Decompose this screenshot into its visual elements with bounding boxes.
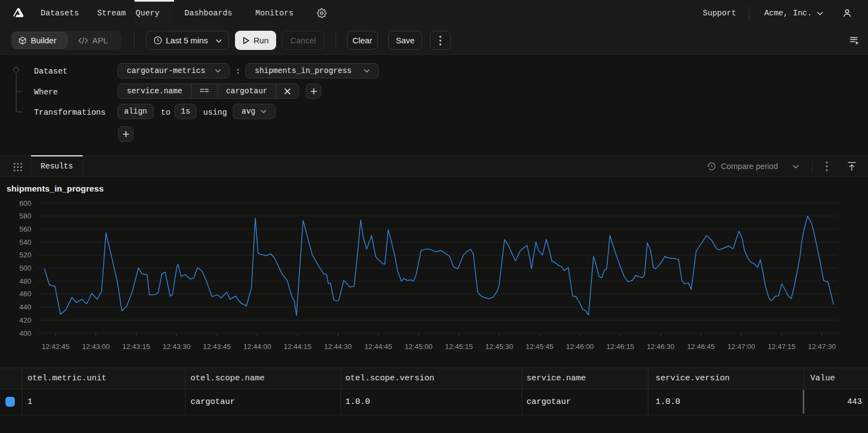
svg-text:12:44:45: 12:44:45 (365, 342, 393, 351)
svg-text:12:43:45: 12:43:45 (203, 342, 231, 351)
svg-text:12:44:15: 12:44:15 (284, 342, 312, 351)
svg-text:500: 500 (19, 264, 31, 272)
svg-text:12:44:30: 12:44:30 (324, 342, 352, 351)
svg-text:580: 580 (19, 212, 31, 220)
svg-text:12:42:45: 12:42:45 (42, 342, 70, 351)
svg-text:520: 520 (19, 251, 31, 259)
svg-text:600: 600 (19, 199, 31, 207)
svg-text:420: 420 (19, 316, 31, 324)
svg-text:12:44:00: 12:44:00 (243, 342, 271, 351)
svg-text:540: 540 (19, 238, 31, 246)
svg-text:460: 460 (19, 290, 31, 298)
svg-text:440: 440 (19, 303, 31, 311)
svg-text:12:45:00: 12:45:00 (405, 342, 433, 351)
svg-text:12:45:15: 12:45:15 (445, 342, 473, 351)
svg-text:12:47:00: 12:47:00 (727, 342, 755, 351)
svg-text:12:46:00: 12:46:00 (566, 342, 594, 351)
svg-text:12:46:15: 12:46:15 (606, 342, 634, 351)
svg-text:12:43:30: 12:43:30 (163, 342, 191, 351)
svg-text:12:43:15: 12:43:15 (122, 342, 150, 351)
svg-text:400: 400 (19, 329, 31, 338)
svg-text:12:45:30: 12:45:30 (485, 342, 513, 351)
svg-text:12:45:45: 12:45:45 (525, 342, 553, 351)
svg-text:12:47:30: 12:47:30 (808, 342, 836, 351)
svg-text:560: 560 (19, 225, 31, 233)
svg-text:12:47:15: 12:47:15 (768, 342, 796, 351)
svg-text:12:43:00: 12:43:00 (82, 342, 110, 351)
svg-text:480: 480 (19, 277, 31, 285)
svg-text:12:46:30: 12:46:30 (647, 342, 675, 351)
svg-text:12:46:45: 12:46:45 (687, 342, 715, 351)
